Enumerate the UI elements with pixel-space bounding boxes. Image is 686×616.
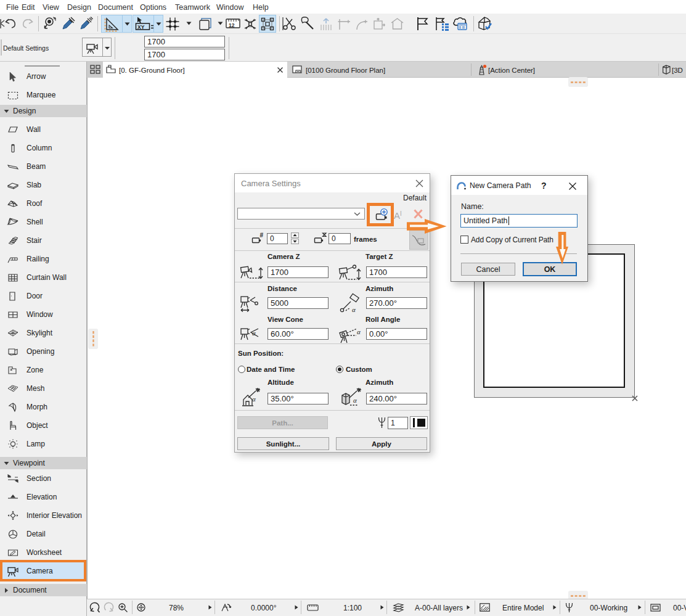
svg-text:α: α <box>252 395 256 403</box>
svg-text:12: 12 <box>229 22 235 28</box>
svg-text:#: # <box>260 232 264 239</box>
svg-text:XY: XY <box>137 24 145 30</box>
svg-text:α: α <box>252 329 256 337</box>
svg-text:α: α <box>353 396 357 404</box>
svg-text:α: α <box>352 306 356 313</box>
svg-text:α: α <box>357 328 361 335</box>
